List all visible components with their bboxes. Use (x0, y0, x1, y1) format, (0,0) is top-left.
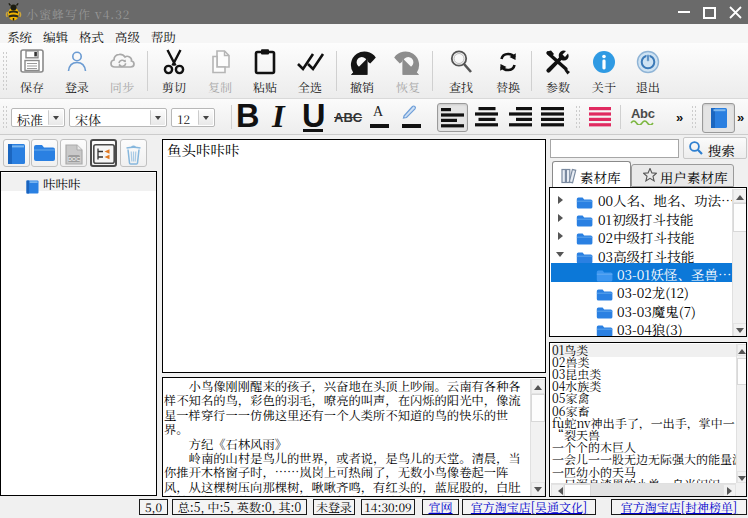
svg-text:DOC: DOC (67, 156, 79, 162)
